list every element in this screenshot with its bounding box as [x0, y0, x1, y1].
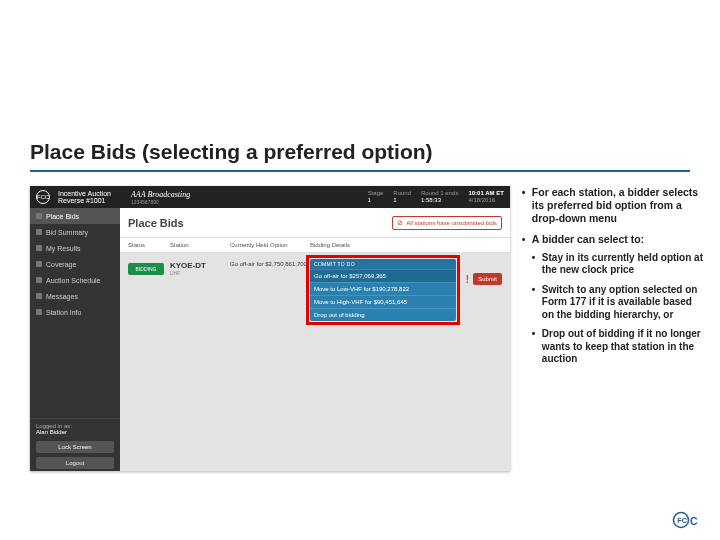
screenshot: FCC Incentive Auction Reverse #1001 AAA …: [30, 186, 510, 471]
bid-option-dropdown[interactable]: COMMIT TO DO Go off-air for $257,069,365…: [310, 259, 456, 321]
bid-dropdown-wrap: COMMIT TO DO Go off-air for $257,069,365…: [310, 259, 502, 321]
time-cell: 10:01 AM ET4/18/2016: [468, 190, 503, 203]
topbar-right: Stage1 Round1 Round 1 ends1:58:33 10:01 …: [368, 190, 504, 203]
sidebar-item-station-info[interactable]: Station Info: [30, 304, 120, 320]
chart-icon: [36, 245, 42, 251]
title-wrap: Place Bids (selecting a preferred option…: [0, 0, 720, 168]
sidebar-item-schedule[interactable]: Auction Schedule: [30, 272, 120, 288]
svg-text:FC: FC: [677, 516, 688, 525]
status-cell: BIDDING: [128, 259, 170, 275]
product-sub: Reverse #1001: [58, 197, 111, 204]
stage-cell: Stage1: [368, 190, 384, 203]
col-currently-held: Currently Held Option: [230, 242, 310, 248]
bullet-notes: For each station, a bidder selects its p…: [522, 186, 704, 471]
note-text: A bidder can select to:: [532, 233, 644, 245]
band: UHF: [170, 270, 230, 276]
subnote-item: Drop out of bidding if it no longer want…: [532, 328, 704, 366]
main-panel: Place Bids All stations have unsubmitted…: [120, 208, 510, 471]
app-topbar: FCC Incentive Auction Reverse #1001 AAA …: [30, 186, 510, 208]
logged-in-user: Alan Bidder: [36, 429, 114, 435]
content-row: FCC Incentive Auction Reverse #1001 AAA …: [0, 180, 720, 471]
col-status: Status: [128, 242, 170, 248]
dropdown-item[interactable]: Drop out of bidding: [310, 308, 456, 321]
logout-button[interactable]: Logout: [36, 457, 114, 469]
broadcaster-id: 1234567890: [131, 199, 190, 205]
dollar-icon: [36, 213, 42, 219]
col-station: Station: [170, 242, 230, 248]
submit-button[interactable]: Submit: [473, 273, 502, 285]
sidebar-item-label: Place Bids: [46, 213, 79, 220]
broadcaster-name: AAA Broadcasting: [131, 190, 190, 199]
sidebar: Place Bids Bid Summary My Results Covera…: [30, 208, 120, 471]
sidebar-item-label: Station Info: [46, 309, 81, 316]
slide: Place Bids (selecting a preferred option…: [0, 0, 720, 540]
calendar-icon: [36, 277, 42, 283]
note-item: For each station, a bidder selects its p…: [522, 186, 704, 225]
row-actions: ! Submit: [466, 273, 502, 285]
dropdown-item[interactable]: Move to High-VHF for $90,451,645: [310, 295, 456, 308]
sidebar-item-bid-summary[interactable]: Bid Summary: [30, 224, 120, 240]
fcc-logo-icon: FCC: [36, 190, 50, 204]
sidebar-item-label: Auction Schedule: [46, 277, 100, 284]
callsign: KYOE-DT: [170, 261, 230, 270]
product-name: Incentive Auction: [58, 190, 111, 197]
sidebar-item-my-results[interactable]: My Results: [30, 240, 120, 256]
app-title: Incentive Auction Reverse #1001: [58, 190, 111, 204]
svg-text:C: C: [690, 515, 698, 527]
info-icon: [36, 309, 42, 315]
sidebar-spacer: [30, 320, 120, 418]
sidebar-item-coverage[interactable]: Coverage: [30, 256, 120, 272]
sidebar-item-label: Messages: [46, 293, 78, 300]
main-header: Place Bids All stations have unsubmitted…: [120, 208, 510, 238]
fcc-footer-logo-icon: FCC: [672, 510, 702, 530]
subnote-item: Switch to any option selected on Form 17…: [532, 284, 704, 322]
title-rule: [30, 170, 690, 172]
sidebar-item-label: My Results: [46, 245, 81, 252]
dropdown-header: COMMIT TO DO: [310, 259, 456, 269]
subnote-item: Stay in its currently held option at the…: [532, 252, 704, 277]
sidebar-item-label: Bid Summary: [46, 229, 88, 236]
page-title: Place Bids: [128, 217, 184, 229]
mail-icon: [36, 293, 42, 299]
list-icon: [36, 229, 42, 235]
station-row: BIDDING KYOE-DT UHF Go off-air for $2,75…: [120, 253, 510, 327]
current-option: Go off-air for $2,750,861,700: [230, 259, 310, 267]
slide-title: Place Bids (selecting a preferred option…: [30, 140, 690, 164]
status-badge: BIDDING: [128, 263, 164, 275]
app-body: Place Bids Bid Summary My Results Covera…: [30, 208, 510, 471]
sidebar-item-label: Coverage: [46, 261, 76, 268]
broadcaster-block: AAA Broadcasting 1234567890: [131, 190, 190, 205]
sidebar-item-place-bids[interactable]: Place Bids: [30, 208, 120, 224]
map-icon: [36, 261, 42, 267]
note-item: A bidder can select to: Stay in its curr…: [522, 233, 704, 365]
lock-screen-button[interactable]: Lock Screen: [36, 441, 114, 453]
alert-icon: !: [466, 274, 469, 285]
dropdown-item[interactable]: Move to Low-VHF for $190,278,822: [310, 282, 456, 295]
col-bidding-details: Bidding Details: [310, 242, 502, 248]
dropdown-item[interactable]: Go off-air for $257,069,365: [310, 269, 456, 282]
round-cell: Round1: [393, 190, 411, 203]
sidebar-item-messages[interactable]: Messages: [30, 288, 120, 304]
unsubmitted-warning: All stations have unsubmitted bids: [392, 216, 502, 230]
ends-cell: Round 1 ends1:58:33: [421, 190, 458, 203]
station-cell: KYOE-DT UHF: [170, 259, 230, 276]
column-headers: Status Station Currently Held Option Bid…: [120, 238, 510, 253]
logged-in-block: Logged in as: Alan Bidder: [30, 418, 120, 439]
